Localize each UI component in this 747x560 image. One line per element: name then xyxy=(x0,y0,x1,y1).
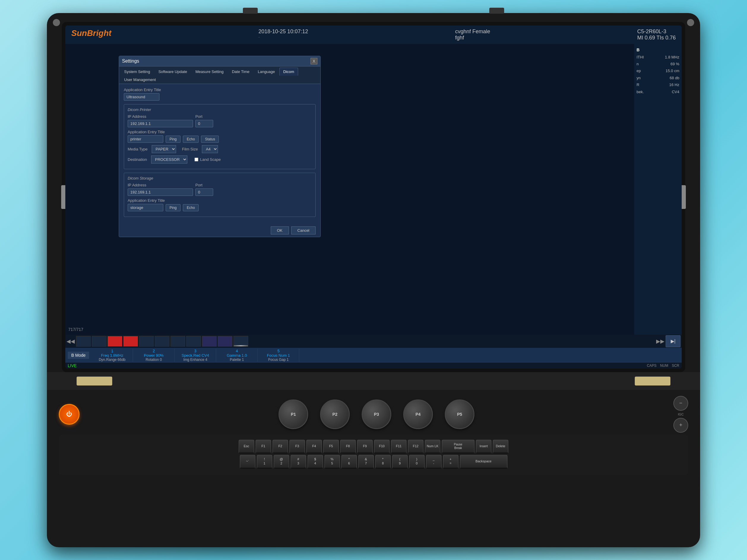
key-f2[interactable]: F2 xyxy=(273,440,288,453)
thumb-8[interactable] xyxy=(186,336,201,347)
next-arrow[interactable]: ▶▶ xyxy=(656,338,665,345)
key-tilde[interactable]: ~` xyxy=(240,455,255,469)
tab-language[interactable]: Language xyxy=(254,68,279,76)
key-f8[interactable]: F8 xyxy=(340,440,356,453)
key-3[interactable]: #3 xyxy=(291,455,306,469)
printer-ip-input[interactable] xyxy=(128,120,193,127)
param-3-num: 3 xyxy=(194,349,196,353)
param-4-num: 4 xyxy=(236,349,238,353)
storage-ping-btn[interactable]: Ping xyxy=(166,204,181,211)
power-button[interactable]: ⏻ xyxy=(59,404,80,425)
landscape-checkbox[interactable] xyxy=(195,158,198,161)
key-7[interactable]: &7 xyxy=(358,455,374,469)
tab-dicom[interactable]: Dicom xyxy=(279,68,298,76)
key-f4[interactable]: F4 xyxy=(306,440,322,453)
app-entry-input[interactable] xyxy=(124,93,159,101)
tab-user-management[interactable]: User Management xyxy=(120,76,160,84)
tab-system-setting[interactable]: System Setting xyxy=(120,68,154,76)
screen: SunBright 2018-10-25 10:07:12 - cvghnf F… xyxy=(65,26,682,369)
mode-label: B Mode xyxy=(68,352,89,359)
thumb-9[interactable] xyxy=(202,336,217,347)
thumb-3[interactable] xyxy=(107,336,122,347)
cancel-btn[interactable]: Cancel xyxy=(291,226,316,235)
thumb-1[interactable] xyxy=(76,336,91,347)
bottom-bar: ◀◀ xyxy=(65,335,682,369)
tab-date-time[interactable]: Date Time xyxy=(228,68,253,76)
key-2[interactable]: @2 xyxy=(274,455,289,469)
film-size-select[interactable]: A4 xyxy=(202,145,218,153)
dicom-storage-title: Dicom Storage xyxy=(128,176,312,181)
panel-bek-label: bek. xyxy=(637,88,644,95)
thumb-5[interactable] xyxy=(139,336,154,347)
key-f12[interactable]: F12 xyxy=(408,440,423,453)
main-area: 717/717 Settings X System Setting Softwa… xyxy=(65,44,682,335)
printer-status-btn[interactable]: Status xyxy=(201,136,219,143)
settings-titlebar: Settings X xyxy=(119,56,320,66)
film-size-label: Film Size xyxy=(182,147,198,151)
key-pause-break[interactable]: Pause Break xyxy=(442,440,474,453)
key-numlk[interactable]: Num LK xyxy=(425,440,440,453)
key-f10[interactable]: F10 xyxy=(374,440,389,453)
storage-app-entry-label: Application Entry Title xyxy=(128,198,312,203)
scr-indicator: SCR xyxy=(672,364,679,368)
live-bar: LIVE CAPS NUM SCR xyxy=(65,363,682,369)
key-delete[interactable]: Delete xyxy=(493,440,508,453)
storage-port-input[interactable] xyxy=(195,188,213,196)
panel-yn-val: 68 db xyxy=(670,75,679,81)
thumb-6[interactable] xyxy=(155,336,170,347)
key-5[interactable]: %5 xyxy=(325,455,340,469)
prev-arrow[interactable]: ◀◀ xyxy=(67,338,75,345)
thumb-7[interactable] xyxy=(171,336,185,347)
patient-id: fghf xyxy=(455,35,490,41)
dial-p1[interactable]: P1 xyxy=(279,399,308,429)
key-minus[interactable]: _- xyxy=(426,455,441,469)
dial-p2[interactable]: P2 xyxy=(320,399,350,429)
storage-app-entry-input[interactable] xyxy=(128,204,163,211)
dial-p3[interactable]: P3 xyxy=(362,399,391,429)
key-insert[interactable]: Insert xyxy=(476,440,491,453)
destination-select[interactable]: PROCESSOR xyxy=(151,156,187,163)
status-indicators: CAPS NUM SCR xyxy=(647,364,679,368)
media-type-select[interactable]: PAPER xyxy=(152,145,176,153)
key-esc[interactable]: Esc xyxy=(239,440,254,453)
key-f11[interactable]: F11 xyxy=(391,440,407,453)
dial-p5[interactable]: P5 xyxy=(445,399,474,429)
tab-software-update[interactable]: Software Update xyxy=(154,68,191,76)
printer-echo-btn[interactable]: Echo xyxy=(183,136,199,143)
play-button[interactable]: ▶| xyxy=(666,335,680,347)
key-9[interactable]: (9 xyxy=(392,455,408,469)
settings-close-btn[interactable]: X xyxy=(311,58,317,64)
param-group-2: 2 Power 90% Rotation 0 xyxy=(133,349,175,362)
param-3-bottom: Img Enhance 4 xyxy=(183,357,207,362)
printer-app-entry-input[interactable] xyxy=(128,135,163,143)
key-f5[interactable]: F5 xyxy=(323,440,339,453)
key-backspace[interactable]: Backspace xyxy=(460,455,508,469)
key-equals[interactable]: += xyxy=(443,455,458,469)
vol-knob-plus[interactable]: + xyxy=(673,418,688,433)
printer-ping-btn[interactable]: Ping xyxy=(166,136,181,143)
key-8[interactable]: *8 xyxy=(375,455,391,469)
vol-knob[interactable]: − xyxy=(673,396,688,411)
storage-echo-btn[interactable]: Echo xyxy=(183,204,199,211)
storage-port-label: Port xyxy=(195,183,213,187)
key-f3[interactable]: F3 xyxy=(289,440,305,453)
tab-measure-setting[interactable]: Measure Setting xyxy=(191,68,227,76)
thumb-11[interactable] xyxy=(233,336,248,347)
thumb-4[interactable] xyxy=(123,336,138,347)
printer-port-input[interactable] xyxy=(195,120,213,127)
key-f9[interactable]: F9 xyxy=(357,440,372,453)
keyboard-area: Esc F1 F2 F3 F4 F5 F8 F9 F10 F11 F12 Num… xyxy=(59,435,688,475)
storage-ip-input[interactable] xyxy=(128,188,193,196)
thumb-2[interactable] xyxy=(92,336,107,347)
panel-r-val: 16 Hz xyxy=(669,81,679,88)
thumb-10[interactable] xyxy=(217,336,232,347)
key-4[interactable]: $4 xyxy=(308,455,323,469)
ok-btn[interactable]: OK xyxy=(271,226,289,235)
hinge-right xyxy=(635,377,670,385)
dial-p4[interactable]: P4 xyxy=(403,399,433,429)
key-f1[interactable]: F1 xyxy=(256,440,271,453)
key-0[interactable]: )0 xyxy=(409,455,424,469)
panel-yn-label: yn xyxy=(637,75,641,81)
key-1[interactable]: !1 xyxy=(257,455,272,469)
key-6[interactable]: ^6 xyxy=(341,455,357,469)
